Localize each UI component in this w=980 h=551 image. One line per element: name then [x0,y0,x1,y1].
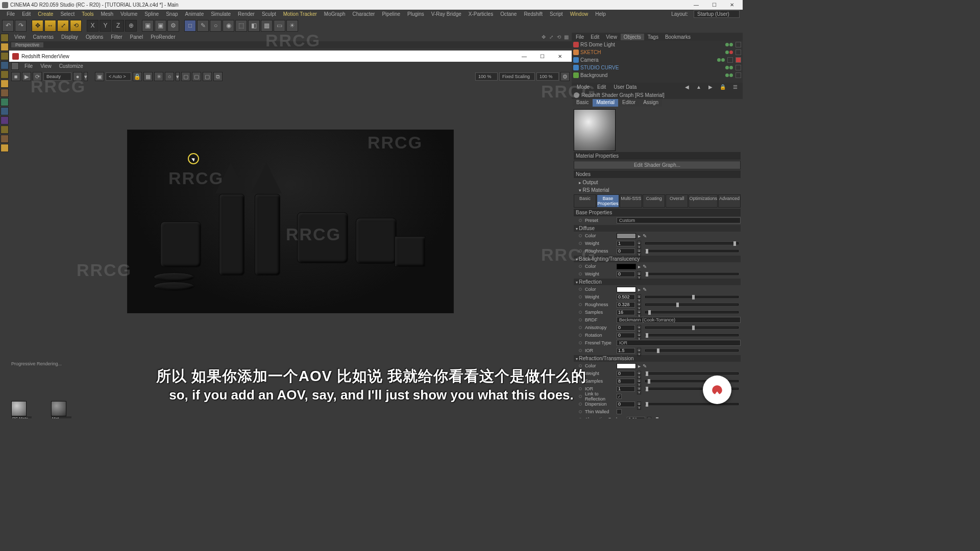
layout-dropdown[interactable]: Startup (User) [694,10,740,18]
xaxis-button[interactable]: X [87,20,99,32]
render-pv-button[interactable]: ▣ [155,20,166,32]
tag-icon[interactable] [736,65,741,70]
attr-lock-icon[interactable]: 🔒 [717,84,729,90]
link-reflection-checkbox[interactable]: ✓ [617,394,622,399]
menu-sculpt[interactable]: Sculpt [258,11,280,17]
rsv-refresh-button[interactable]: ⟳ [33,72,42,81]
rsv-snap-c-button[interactable]: ▢ [203,72,212,81]
move-button[interactable]: ↔ [44,20,56,32]
rsv-close-button[interactable]: ✕ [551,51,569,62]
reflection-weight-field[interactable]: 0.502 [617,294,635,300]
attr-mode[interactable]: Mode [574,84,593,90]
spinner[interactable]: ▴▾ [637,310,641,315]
menu-xparticles[interactable]: X-Particles [465,11,497,17]
model-mode-icon[interactable] [1,34,9,42]
objtab-view[interactable]: View [603,34,620,40]
vertex-icon[interactable] [1,126,9,134]
brdf-dropdown[interactable]: Beckmann (Cook-Torrance) [617,317,741,323]
viewport[interactable]: Redshift RenderView ― ☐ ✕ File View Cust… [9,48,572,400]
vp-layout-icon[interactable]: ▦ [563,34,570,40]
tag-icon[interactable] [736,42,741,47]
diffuse-weight-slider[interactable] [645,242,739,244]
refraction-weight-slider[interactable] [645,372,739,374]
rsv-menu-file[interactable]: File [21,63,36,69]
menu-mograph[interactable]: MoGraph [321,11,349,17]
menu-window[interactable]: Window [567,11,592,17]
backlight-weight-field[interactable]: 0 [617,271,635,277]
rsv-aov-dropdown[interactable]: Beauty [43,72,71,81]
spinner[interactable]: ▴▾ [637,402,641,407]
material-default[interactable] [51,401,66,416]
attr-userdata[interactable]: User Data [610,84,640,90]
menu-select[interactable]: Select [57,11,78,17]
object-mode-icon[interactable] [1,43,9,51]
attr-tab-editor[interactable]: Editor [619,99,639,107]
rsv-scalemode-dropdown[interactable]: Fixed Scaling [499,72,535,81]
refraction-weight-field[interactable]: 0 [617,371,635,377]
material-manager[interactable]: RS Mate Mat [9,400,572,418]
eyedropper-icon[interactable]: ✎ [643,264,647,269]
coord-button[interactable]: ⊕ [125,20,137,32]
tag-icon[interactable] [736,49,741,55]
vpmenu-filter[interactable]: Filter [108,34,125,40]
rsv-region-dropdown[interactable]: < Auto > [106,72,131,81]
menu-volume[interactable]: Volume [117,11,141,17]
render-button[interactable]: ▣ [142,20,154,32]
reflection-roughness-slider[interactable] [645,304,739,306]
ior-field[interactable]: 1.5 [617,348,635,354]
uv-poly-icon[interactable] [1,107,9,115]
cube-button[interactable]: □ [184,20,196,32]
maximize-button[interactable]: ☐ [705,0,723,10]
vpmenu-panel[interactable]: Panel [127,34,146,40]
attr-prev-icon[interactable]: ◀ [682,84,692,90]
diffuse-color-swatch[interactable] [617,233,636,239]
fresnel-dropdown[interactable]: IOR [617,340,741,346]
edit-shader-graph-button[interactable]: Edit Shader Graph... [574,161,741,169]
rsv-color-menu-button[interactable]: ▾ [84,72,88,81]
spinner[interactable]: ▴▾ [637,348,641,354]
workplane-icon[interactable] [1,61,9,69]
backlight-weight-slider[interactable] [645,273,739,275]
close-button[interactable]: ✕ [723,0,741,10]
menu-vray[interactable]: V-Ray Bridge [428,11,465,17]
eyedropper-icon[interactable]: ✎ [643,233,647,239]
subtab-basic[interactable]: Basic [574,194,596,208]
dispersion-slider[interactable] [645,403,739,405]
attr-edit[interactable]: Edit [594,84,609,90]
subdivision-button[interactable]: ◉ [223,20,234,32]
backlight-color-swatch[interactable] [617,264,636,269]
rsv-circle-button[interactable]: ○ [165,72,174,81]
subtab-adv[interactable]: Advanced [718,194,741,208]
objtab-objects[interactable]: Objects [621,34,644,40]
rotation-slider[interactable] [645,334,739,336]
menu-snap[interactable]: Snap [162,11,181,17]
refraction-group[interactable]: Refraction/Transmission [574,355,741,362]
undo-button[interactable]: ↶ [2,20,14,32]
backlight-group[interactable]: Back-lighting/Translucency [574,256,741,262]
null-button[interactable]: ○ [210,20,222,32]
menu-render[interactable]: Render [234,11,258,17]
deformer-button[interactable]: ◧ [248,20,260,32]
reflection-weight-slider[interactable] [645,296,739,298]
subtab-overall[interactable]: Overall [666,194,688,208]
tag-icon[interactable] [736,72,741,78]
menu-spline[interactable]: Spline [141,11,162,17]
menu-simulate[interactable]: Simulate [207,11,234,17]
rsv-menu-customize[interactable]: Customize [56,63,86,69]
vpmenu-view[interactable]: View [11,34,29,40]
reflection-roughness-field[interactable]: 0.328 [617,302,635,308]
ior-slider[interactable] [645,349,739,352]
spinner[interactable]: ▴▾ [637,379,641,384]
point-mode-icon[interactable] [1,70,9,79]
menu-help[interactable]: Help [592,11,609,17]
render-settings-button[interactable]: ⚙ [167,20,179,32]
attr-up-icon[interactable]: ▲ [693,84,704,90]
eyedropper-icon[interactable]: ✎ [643,287,647,292]
minimize-button[interactable]: ― [688,0,705,10]
menu-create[interactable]: Create [34,11,57,17]
picker-icon[interactable]: ▸ [638,264,641,269]
light-button[interactable]: ☀ [286,20,298,32]
vp-zoom-icon[interactable]: ⤢ [548,34,554,40]
refraction-color-swatch[interactable] [617,363,636,369]
array-button[interactable]: ⬚ [235,20,247,32]
